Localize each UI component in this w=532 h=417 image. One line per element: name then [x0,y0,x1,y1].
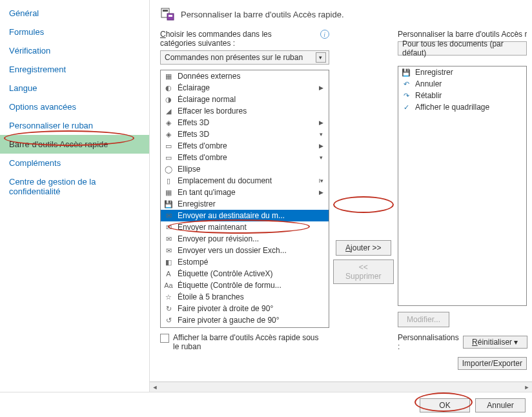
toolbar-icon [160,6,176,22]
command-icon: ▦ [163,187,174,198]
command-label: Emplacement du document [178,176,313,185]
cancel-button[interactable]: Annuler [475,398,526,412]
sidebar-item-trust-center[interactable]: Centre de gestion de la confidentialité [0,172,149,201]
command-icon: ✉ [163,210,174,221]
command-item[interactable]: ✉Envoyer au destinataire du m... [161,210,329,221]
scroll-right-icon[interactable]: ► [522,383,532,392]
command-icon: ▭ [163,152,174,163]
command-label: Effacer les bordures [178,107,326,116]
command-item[interactable]: ▦En tant qu'image▶ [161,187,329,198]
command-item[interactable]: ◈Effets 3D▶ [161,117,329,128]
command-item[interactable]: ▭Effets d'ombre▶ [161,140,329,152]
import-export-button[interactable]: Importer/Exporter [458,357,527,370]
command-item[interactable]: ◐Éclairage▶ [161,82,329,94]
command-label: Données externes [178,72,326,81]
command-icon: ↻ [163,303,174,314]
command-item[interactable]: ↻Faire pivoter à droite de 90° [161,303,329,314]
command-label: Envoyer au destinataire du m... [178,211,326,220]
qat-item-label: Annuler [415,79,524,88]
qat-item-icon: ✓ [401,102,411,112]
ok-button[interactable]: OK [420,398,470,412]
command-item[interactable]: ▭Effets d'ombre▾ [161,152,329,163]
command-icon: ✉ [163,234,174,244]
qat-listbox[interactable]: 💾Enregistrer↶Annuler↷Rétablir✓Afficher l… [398,66,527,306]
command-icon: ◯ [163,164,174,174]
command-item[interactable]: ✉Envoyer maintenant [161,221,329,233]
command-item[interactable]: ◧Estompé [161,256,329,268]
command-item[interactable]: ▦Données externes [161,70,329,82]
horizontal-scrollbar[interactable]: ◄ ► [150,381,532,392]
qat-item[interactable]: ↶Annuler [398,78,526,90]
category-select[interactable]: Commandes non présentes sur le ruban ▾ [160,50,329,65]
page-title: Personnaliser la barre d'outils Accès ra… [181,10,344,19]
command-label: Étiquette (Contrôle ActiveX) [178,269,326,278]
command-label: Ellipse [178,165,326,174]
command-item[interactable]: ◑Éclairage normal [161,94,329,105]
command-icon: 💾 [163,199,174,209]
submenu-icon: ▾ [317,153,326,162]
dialog-footer: OK Annuler [0,392,532,417]
command-icon: ◈ [163,129,174,139]
customize-qat-label: Personnaliser la barre d'outils Accès ra… [398,30,527,39]
remove-button[interactable]: << Supprimer [333,259,394,284]
sidebar-item-save[interactable]: Enregistrement [0,60,149,79]
modify-button[interactable]: Modifier... [398,312,449,327]
command-item[interactable]: ☆Étoile à 5 branches [161,291,329,303]
svg-rect-1 [163,10,168,12]
sidebar-item-customize-ribbon[interactable]: Personnaliser le ruban [0,116,149,135]
submenu-icon: ▶ [317,188,326,197]
submenu-icon: I▾ [317,176,326,185]
command-label: Envoyer vers un dossier Exch... [178,246,326,255]
command-item[interactable]: AaÉtiquette (Contrôle de formu... [161,280,329,291]
qat-item-icon: 💾 [401,67,411,77]
command-item[interactable]: ▯Emplacement du documentI▾ [161,175,329,187]
qat-item-label: Rétablir [415,91,524,100]
show-below-ribbon-checkbox[interactable] [160,334,169,343]
main-panel: Personnaliser la barre d'outils Accès ra… [150,0,532,392]
command-item[interactable]: ✉Envoyer vers un dossier Exch... [161,245,329,256]
command-icon: ◧ [163,257,174,267]
command-item[interactable]: ◢Effacer les bordures [161,105,329,117]
command-label: Effets d'ombre [178,141,313,150]
sidebar-item-addins[interactable]: Compléments [0,154,149,172]
command-label: En tant qu'image [178,188,313,197]
info-icon[interactable]: i [320,30,329,39]
qat-item[interactable]: ↷Rétablir [398,90,526,101]
options-sidebar: Général Formules Vérification Enregistre… [0,0,150,392]
qat-item[interactable]: 💾Enregistrer [398,66,526,78]
qat-item-icon: ↷ [401,90,411,101]
command-icon: ◐ [163,83,174,93]
command-item[interactable]: 💾Enregistrer [161,198,329,210]
command-icon: Aa [163,280,174,290]
qat-item-label: Enregistrer [415,68,524,77]
command-item[interactable]: ◯Ellipse [161,163,329,175]
scope-select[interactable]: Pour tous les documents (par défaut) [398,41,527,56]
command-label: Envoyer pour révision... [178,234,326,243]
command-icon: ▦ [163,71,174,81]
command-item[interactable]: ✉Envoyer pour révision... [161,233,329,245]
submenu-icon: ▶ [317,141,326,150]
scope-value: Pour tous les documents (par défaut) [402,39,524,57]
command-item[interactable]: AÉtiquette (Contrôle ActiveX) [161,268,329,280]
command-label: Étoile à 5 branches [178,292,326,301]
add-button[interactable]: AAjouter >>jouter >> [336,240,391,256]
show-below-ribbon-label: Afficher la barre d'outils Accès rapide … [173,333,322,351]
sidebar-item-language[interactable]: Langue [0,79,149,97]
command-label: Faire pivoter à droite de 90° [178,304,326,313]
command-icon: ✉ [163,245,174,256]
sidebar-item-advanced[interactable]: Options avancées [0,97,149,116]
sidebar-item-general[interactable]: Général [0,4,149,23]
command-label: Effets 3D [178,130,313,139]
command-item[interactable]: ↺Faire pivoter à gauche de 90° [161,314,329,326]
sidebar-item-quick-access[interactable]: Barre d'outils Accès rapide [0,135,149,154]
command-label: Éclairage normal [178,95,326,104]
scroll-left-icon[interactable]: ◄ [150,383,160,392]
command-label: Étiquette (Contrôle de formu... [178,281,326,290]
command-item[interactable]: ◈Effets 3D▾ [161,128,329,140]
sidebar-item-verification[interactable]: Vérification [0,41,149,60]
reset-button[interactable]: Réinitialiser ▾Réinitialiser ▾ [463,336,527,349]
qat-item[interactable]: ✓Afficher le quadrillage [398,101,526,113]
sidebar-item-formulas[interactable]: Formules [0,23,149,41]
commands-listbox[interactable]: ▦Données externes◐Éclairage▶◑Éclairage n… [160,70,329,328]
command-icon: ▯ [163,176,174,186]
